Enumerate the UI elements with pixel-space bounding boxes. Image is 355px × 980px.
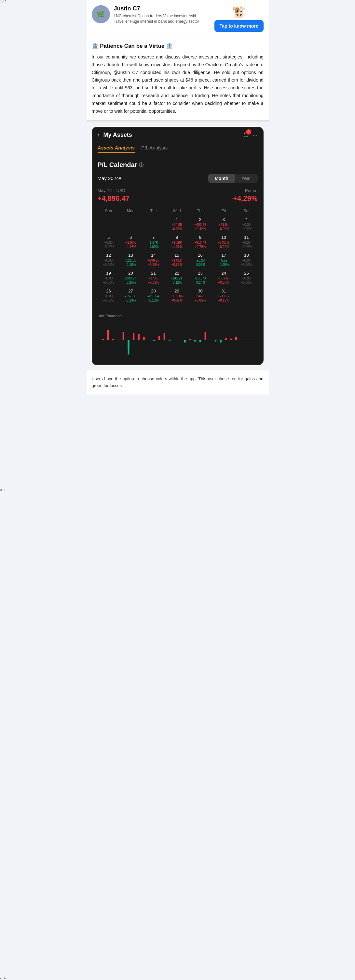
day-pl: +64.95+0.06%: [166, 223, 188, 231]
calendar-grid: SunMonTueWedThuFriSat 1 +64.95+0.06%2 +4…: [98, 207, 258, 304]
day-pl: +681.45+0.58%: [213, 276, 235, 285]
day-number: 20: [120, 270, 141, 275]
svg-rect-8: [143, 337, 144, 340]
back-icon[interactable]: ‹: [98, 132, 99, 138]
day-number: 10: [213, 235, 235, 240]
tap-to-know-more-button[interactable]: Tap to know more: [214, 20, 264, 32]
tab-pl-analysis[interactable]: P/L Analysis: [141, 145, 168, 153]
day-pl: +916.44+0.79%: [189, 240, 211, 249]
day-number: 28: [142, 288, 165, 293]
day-number: 25: [236, 270, 257, 275]
svg-rect-22: [230, 339, 232, 340]
day-pl: +54.29+0.05%: [189, 294, 211, 302]
day-pl: +1.98K+1.73%: [120, 240, 141, 249]
day-pl: -5.29-0.00%: [213, 258, 235, 267]
day-pl: +211.77+0.18%: [213, 294, 235, 302]
weekday-header-sun: Sun: [98, 207, 120, 215]
more-menu-icon[interactable]: ···: [253, 132, 257, 138]
svg-rect-11: [163, 333, 165, 340]
day-pl: +0.00+0.00%: [236, 223, 257, 231]
calendar-cell: [98, 215, 120, 233]
weekday-header-mon: Mon: [120, 207, 142, 215]
summary-right: Return +4.29%: [233, 188, 257, 203]
day-pl: +296.27+0.25%: [142, 258, 165, 267]
article-body: In our community, we observe and discuss…: [92, 53, 264, 115]
info-icon[interactable]: ⓘ: [139, 162, 144, 168]
day-pl: +0.00+0.00%: [236, 240, 257, 249]
day-pl: +0.00+0.00%: [236, 276, 257, 285]
mascot-icon: 🐮: [232, 5, 246, 19]
day-pl: +340.47+0.29%: [213, 240, 235, 249]
calendar-week-3: 19 +0.00+0.00%20 -290.27-0.24%21 +17.43+…: [98, 269, 258, 286]
day-number: 31: [213, 288, 235, 293]
day-pl: +17.43+0.01%: [142, 276, 165, 285]
phone-title: My Assets: [104, 132, 132, 138]
calendar-cell: 10 +340.47+0.29%: [212, 233, 235, 251]
day-number: 1: [166, 217, 188, 222]
day-pl: -210.64-0.18%: [142, 294, 165, 302]
calendar-cell: 25 +0.00+0.00%: [235, 269, 257, 286]
profile-info: Justin C7 LNG chemist Option traders Val…: [114, 5, 211, 24]
footer-note: Users have the option to choose colors w…: [86, 371, 269, 395]
weekday-header-fri: Fri: [212, 207, 235, 215]
summary-row: May P/L · USD +4,896.47 Return +4.29%: [98, 188, 258, 203]
calendar-cell: 16 -93.24-0.08%: [189, 251, 212, 269]
calendar-cell: 24 +681.45+0.58%: [212, 269, 235, 286]
day-number: 16: [189, 253, 211, 258]
day-pl: +0.00+0.00%: [236, 258, 257, 267]
day-pl: -157.58-0.13%: [120, 294, 141, 302]
chart-unit-label: Unit: Thousand: [98, 314, 258, 318]
day-pl: +0.00+0.00%: [98, 258, 119, 267]
svg-rect-12: [169, 340, 170, 341]
svg-rect-14: [184, 340, 185, 342]
svg-rect-20: [220, 340, 221, 342]
phone-header-right: 3 ⬡ ···: [243, 131, 257, 138]
day-pl: -141.21-0.12%: [166, 276, 188, 285]
chart-section: Unit: Thousand 1.49 0.00 -1.49: [93, 310, 263, 364]
day-number: 18: [236, 253, 257, 258]
day-pl: -1.27K-1.09%: [142, 240, 165, 249]
calendar-cell: 27 -157.58-0.13%: [120, 286, 142, 304]
summary-left: May P/L · USD +4,896.47: [98, 188, 130, 203]
day-number: 3: [213, 217, 235, 222]
day-number: 22: [166, 270, 188, 275]
calendar-cell: 5 +0.00+0.00%: [98, 233, 120, 251]
calendar-cell: 2 +483.68+0.42%: [189, 215, 212, 233]
calendar-week-2: 12 +0.00+0.00%13 -122.08-0.10%14 +296.27…: [98, 251, 258, 269]
tab-assets-analysis[interactable]: Assets Analysis: [98, 145, 135, 153]
calendar-cell: 31 +211.77+0.18%: [212, 286, 235, 304]
svg-rect-19: [215, 340, 216, 342]
profile-name: Justin C7: [114, 5, 211, 12]
notification-badge: 3: [246, 129, 251, 135]
calendar-cell: 23 -166.73-0.14%: [189, 269, 212, 286]
calendar-cell: 7 -1.27K-1.09%: [142, 233, 165, 251]
return-label: Return: [233, 188, 257, 193]
day-number: 14: [142, 253, 165, 258]
calendar-cell: 11 +0.00+0.00%: [235, 233, 257, 251]
avatar: 🌿: [92, 5, 110, 23]
day-number: 7: [142, 235, 165, 240]
weekday-header-thu: Thu: [189, 207, 212, 215]
svg-rect-23: [235, 337, 237, 340]
weekday-header-sat: Sat: [235, 207, 257, 215]
day-pl: +21.54+0.02%: [213, 223, 235, 231]
month-selector[interactable]: May 2024▾: [98, 175, 122, 181]
day-number: 5: [98, 235, 119, 240]
day-number: 15: [166, 253, 188, 258]
day-number: 13: [120, 253, 141, 258]
day-number: 4: [236, 217, 257, 222]
day-number: 8: [166, 235, 188, 240]
svg-rect-7: [138, 334, 139, 340]
day-number: 6: [120, 235, 141, 240]
svg-rect-13: [174, 340, 175, 340]
calendar-cell: 9 +916.44+0.79%: [189, 233, 212, 251]
year-button[interactable]: Year: [235, 174, 258, 183]
calendar-cell: 12 +0.00+0.00%: [98, 251, 120, 269]
svg-rect-15: [189, 339, 191, 340]
day-pl: +109.06+0.09%: [166, 294, 188, 302]
chart-svg: [98, 320, 258, 360]
day-number: 17: [213, 253, 235, 258]
month-button[interactable]: Month: [208, 174, 235, 183]
calendar-cell: 22 -141.21-0.12%: [165, 269, 189, 286]
svg-rect-24: [128, 340, 129, 355]
